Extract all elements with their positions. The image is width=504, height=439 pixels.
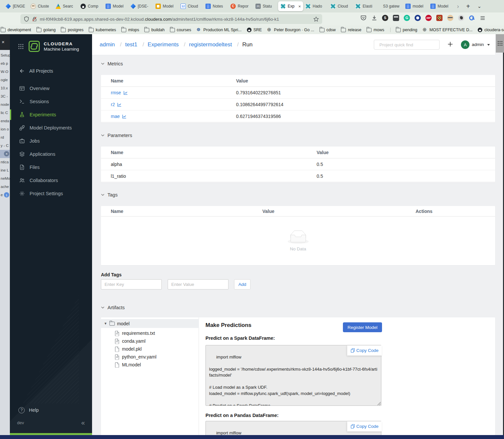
browser-tab[interactable]: Notes — [203, 1, 228, 11]
breadcrumb-item[interactable]: admin — [100, 41, 125, 48]
browser-tab[interactable]: Repor — [228, 1, 253, 11]
extension-icon[interactable] — [436, 15, 443, 21]
new-tab-icon[interactable] — [466, 3, 470, 10]
bookmark-item[interactable]: postgres — [61, 28, 84, 32]
browser-tab[interactable]: Cloud — [178, 1, 203, 11]
sidebar-item-applications[interactable]: Applications — [10, 148, 92, 161]
search-input[interactable] — [379, 42, 438, 47]
browser-tab[interactable]: Exp — [278, 1, 303, 11]
insecure-lock-icon[interactable] — [32, 16, 37, 22]
background-tab-item[interactable]: neMo — [0, 174, 10, 183]
extension-icon[interactable] — [458, 15, 464, 21]
browser-tab[interactable]: Model — [153, 1, 178, 11]
extension-icon[interactable] — [469, 15, 475, 21]
background-tab-badge[interactable] — [4, 151, 9, 156]
browser-tab[interactable]: [DSE- — [128, 1, 153, 11]
browser-tab[interactable]: Elasti — [353, 1, 378, 11]
bookmark-item[interactable]: golang — [36, 28, 56, 32]
help-link[interactable]: Help — [10, 404, 92, 417]
browser-tab[interactable]: Cluste — [28, 1, 53, 11]
tracking-shield-icon[interactable] — [24, 16, 29, 22]
browser-tab[interactable]: Model — [103, 1, 128, 11]
breadcrumb-item[interactable]: Experiments — [148, 41, 189, 48]
download-icon[interactable] — [371, 15, 377, 21]
all-projects-link[interactable]: All Projects — [10, 64, 92, 78]
background-tab-item[interactable]: y - C — [0, 142, 10, 150]
breadcrumb-item[interactable]: registermodeltest — [189, 41, 242, 48]
breadcrumb-item[interactable]: test1 — [125, 41, 148, 48]
extension-icon[interactable] — [425, 15, 432, 21]
avatar[interactable]: A — [461, 40, 469, 49]
browser-tab[interactable]: Hado — [303, 1, 328, 11]
bookmark-item[interactable]: cloudera-sense/pre... — [478, 28, 504, 32]
artifact-file-item[interactable]: requirements.txt — [115, 329, 156, 337]
sidebar-item-files[interactable]: Files — [10, 161, 92, 174]
background-tab-item[interactable]: 3C - — [0, 92, 10, 101]
browser-tab[interactable]: Cloud — [328, 1, 353, 11]
extension-icon[interactable] — [447, 15, 453, 21]
browser-tab[interactable]: Statu — [253, 1, 278, 11]
background-tab-item[interactable]: ion o — [0, 125, 10, 133]
browser-tab[interactable]: S3 gatew — [378, 1, 403, 11]
background-tab-item[interactable]: 10.x — [0, 84, 10, 92]
list-all-tabs-icon[interactable] — [477, 3, 482, 9]
background-tab-item[interactable]: node — [0, 101, 10, 109]
tag-value-input[interactable] — [168, 279, 228, 289]
bookmark-item[interactable]: cdsw — [320, 28, 336, 32]
bookmark-item[interactable]: release — [341, 28, 361, 32]
tree-caret-icon[interactable]: ▼ — [104, 322, 107, 325]
add-tag-button[interactable]: Add — [234, 279, 251, 289]
url-text[interactable]: ml-f0f49cb8-619.apps.apps.shared-os-dev-… — [40, 17, 311, 22]
parameters-section-toggle[interactable]: Parameters — [101, 133, 132, 138]
sidebar-item-collaborators[interactable]: Collaborators — [10, 174, 92, 187]
collapse-sidebar-icon[interactable] — [81, 419, 85, 426]
bookmark-item[interactable]: pending — [390, 28, 418, 32]
bookmark-item[interactable]: kubernetes — [89, 28, 116, 32]
background-tab-item[interactable]: ntica — [0, 158, 10, 166]
extension-icon[interactable] — [382, 15, 388, 21]
pocket-icon[interactable] — [360, 15, 367, 21]
artifact-folder-model[interactable]: ▼ model — [101, 319, 199, 328]
background-tab-item[interactable]: rd — [0, 133, 10, 142]
background-tab-item[interactable] — [0, 150, 10, 158]
background-tab-item[interactable]: ogle — [0, 76, 10, 84]
resize-handle-icon[interactable] — [377, 402, 381, 405]
background-window-close-icon[interactable]: × — [0, 34, 10, 50]
username[interactable]: admin — [472, 42, 484, 47]
sidebar-item-project-settings[interactable]: Project Settings — [10, 187, 92, 200]
background-tab-item[interactable]: W-O — [0, 68, 10, 76]
tags-section-toggle[interactable]: Tags — [101, 192, 118, 197]
browser-tab[interactable]: Model — [428, 1, 453, 11]
sidebar-item-overview[interactable]: Overview — [10, 82, 92, 95]
bookmark-star-icon[interactable] — [313, 16, 319, 22]
menu-hamburger-icon[interactable] — [480, 15, 486, 21]
apps-panel-toggle[interactable] — [496, 34, 504, 53]
chevron-down-icon[interactable] — [487, 44, 490, 46]
background-tab-item[interactable]: Setup — [0, 51, 10, 59]
sidebar-item-model-deployments[interactable]: Model Deployments — [10, 121, 92, 134]
metric-name-link[interactable]: r2 — [111, 99, 122, 110]
sidebar-item-sessions[interactable]: Sessions — [10, 95, 92, 108]
project-quick-find[interactable] — [374, 40, 440, 50]
bookmark-item[interactable]: MOST EFFECTIVE D... — [422, 28, 472, 32]
register-model-button[interactable]: Register Model — [343, 322, 382, 332]
bookmark-item[interactable]: Peter Bourgon · Go ... — [267, 28, 314, 32]
background-tab-item[interactable]: e 1 — [0, 191, 10, 199]
extension-icon[interactable] — [393, 15, 399, 21]
bookmark-item[interactable]: courses — [170, 28, 191, 32]
background-tab-item[interactable]: eb p — [0, 59, 10, 68]
bookmark-item[interactable]: buildah — [144, 28, 164, 32]
tab-close-icon[interactable] — [298, 4, 301, 9]
background-tab-item[interactable]: enda — [0, 117, 10, 125]
browser-tab[interactable]: [ENGE — [3, 1, 28, 11]
add-project-icon[interactable] — [447, 41, 453, 47]
metric-name-link[interactable]: rmse — [111, 87, 128, 99]
desktop-taskbar[interactable] — [0, 435, 504, 439]
bookmark-item[interactable]: mows — [367, 28, 384, 32]
browser-tab[interactable]: Comp — [78, 1, 103, 11]
sidebar-item-jobs[interactable]: Jobs — [10, 134, 92, 148]
bookmark-item[interactable]: SRE — [247, 28, 262, 32]
artifact-file-item[interactable]: conda.yaml — [115, 337, 156, 345]
bookmark-item[interactable]: Production ML Spri... — [196, 28, 241, 32]
artifact-file-item[interactable]: model.pkl — [115, 345, 156, 353]
